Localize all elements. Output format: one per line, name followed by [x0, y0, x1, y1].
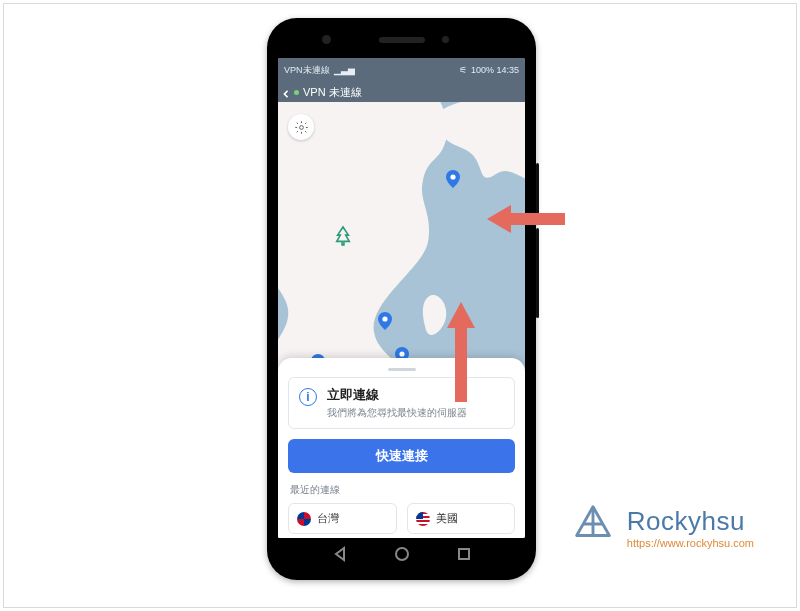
- header-title: VPN 未連線: [303, 85, 362, 100]
- svg-point-1: [450, 174, 455, 179]
- country-row: 台灣 美國: [288, 503, 515, 534]
- info-icon: i: [299, 388, 317, 406]
- watermark: Rockyhsu https://www.rockyhsu.com: [569, 501, 754, 553]
- map-view[interactable]: i 立即連線 我們將為您尋找最快速的伺服器 快速連接 最近的連線 台灣 美: [278, 102, 525, 538]
- map-pin[interactable]: [378, 312, 392, 330]
- country-label: 台灣: [317, 511, 339, 526]
- tree-icon: [334, 225, 352, 251]
- settings-button[interactable]: [288, 114, 314, 140]
- phone-frame: VPN未連線 ▁▃▅ ⚟ 100% 14:35 VPN 未連線: [267, 18, 536, 580]
- annotation-arrow-left: [487, 199, 565, 239]
- flag-us-icon: [416, 512, 430, 526]
- status-dot: [294, 90, 299, 95]
- sheet-handle[interactable]: [388, 368, 416, 371]
- country-item-us[interactable]: 美國: [407, 503, 516, 534]
- svg-point-5: [399, 351, 404, 356]
- phone-camera: [322, 35, 331, 44]
- country-item-tw[interactable]: 台灣: [288, 503, 397, 534]
- bottom-sheet: i 立即連線 我們將為您尋找最快速的伺服器 快速連接 最近的連線 台灣 美: [278, 358, 525, 538]
- watermark-logo-icon: [569, 501, 617, 553]
- phone-screen: VPN未連線 ▁▃▅ ⚟ 100% 14:35 VPN 未連線: [278, 58, 525, 538]
- watermark-name: Rockyhsu: [627, 506, 754, 537]
- gear-icon: [294, 120, 309, 135]
- svg-marker-9: [487, 205, 565, 233]
- flag-tw-icon: [297, 512, 311, 526]
- svg-rect-8: [459, 549, 469, 559]
- country-label: 美國: [436, 511, 458, 526]
- annotation-arrow-up: [441, 302, 481, 402]
- map-pin[interactable]: [446, 170, 460, 188]
- phone-speaker: [379, 37, 425, 43]
- watermark-url: https://www.rockyhsu.com: [627, 537, 754, 549]
- connect-card-subtitle: 我們將為您尋找最快速的伺服器: [327, 406, 467, 420]
- nav-recent-button[interactable]: [456, 546, 472, 562]
- phone-sensor: [442, 36, 449, 43]
- signal-icon: ▁▃▅: [334, 65, 355, 75]
- status-left-text: VPN未連線: [284, 64, 330, 77]
- chevron-left-icon[interactable]: [282, 88, 290, 96]
- status-right-text: 100% 14:35: [471, 65, 519, 75]
- svg-point-4: [382, 316, 387, 321]
- wifi-icon: ⚟: [459, 65, 467, 75]
- svg-point-0: [299, 125, 303, 129]
- status-bar: VPN未連線 ▁▃▅ ⚟ 100% 14:35: [278, 58, 525, 82]
- app-header: VPN 未連線: [278, 82, 525, 102]
- nav-home-button[interactable]: [394, 546, 410, 562]
- svg-point-7: [396, 548, 408, 560]
- android-nav-bar: [278, 539, 525, 569]
- recent-label: 最近的連線: [290, 483, 513, 497]
- nav-back-button[interactable]: [332, 546, 348, 562]
- quick-connect-button[interactable]: 快速連接: [288, 439, 515, 473]
- svg-marker-10: [447, 302, 475, 402]
